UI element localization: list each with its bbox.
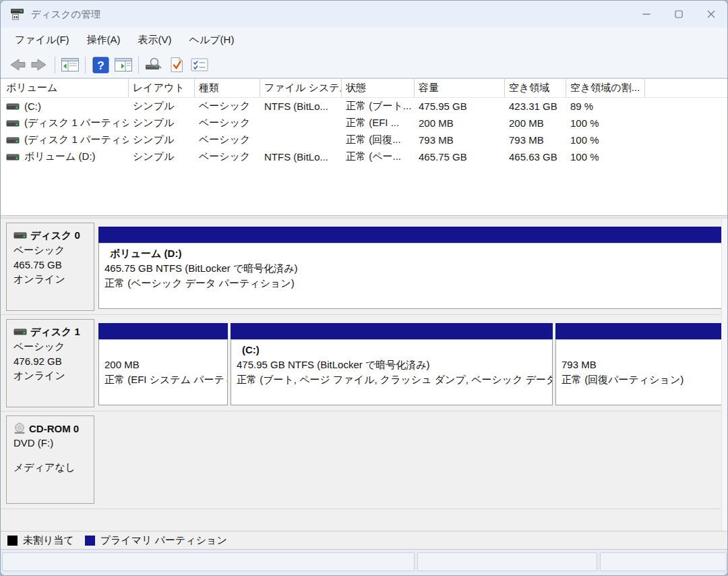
- partition-detail: 793 MB: [562, 357, 715, 372]
- disk-kind: ベーシック: [13, 243, 91, 258]
- action-pane-button[interactable]: [112, 55, 135, 75]
- window-title: ディスクの管理: [31, 8, 100, 21]
- column-header-volume[interactable]: ボリューム: [1, 79, 129, 97]
- maximize-button[interactable]: [663, 1, 695, 28]
- partition-recovery[interactable]: 793 MB 正常 (回復パーティション): [555, 323, 722, 405]
- window-controls: [630, 1, 727, 28]
- volume-capacity: 465.75 GB: [415, 151, 505, 163]
- volume-list-header: ボリューム レイアウト 種類 ファイル システム 状態 容量 空き領域 空き領域…: [1, 79, 727, 98]
- volume-name: ボリューム (D:): [24, 150, 96, 163]
- toolbar-separator: [85, 57, 86, 74]
- console-tree-button[interactable]: [59, 55, 82, 75]
- disk-0-header[interactable]: ディスク 0 ベーシック 465.75 GB オンライン: [6, 223, 94, 311]
- volume-status: 正常 (ペー...: [342, 150, 415, 163]
- drive-icon: [6, 103, 20, 111]
- volume-layout: シンプル: [129, 150, 195, 163]
- status-cell: [2, 552, 415, 571]
- help-button[interactable]: ?: [89, 55, 112, 75]
- menu-action[interactable]: 操作(A): [78, 29, 129, 51]
- disk-properties-button[interactable]: [142, 55, 165, 75]
- check-document-icon: [168, 56, 185, 74]
- svg-text:?: ?: [97, 59, 104, 71]
- column-header-free-pct[interactable]: 空き領域の割...: [566, 79, 645, 97]
- volume-status: 正常 (ブート...: [342, 100, 415, 113]
- volume-free: 465.63 GB: [505, 151, 566, 163]
- drive-icon: [6, 119, 20, 127]
- toolbar-separator: [138, 57, 139, 74]
- menu-help[interactable]: ヘルプ(H): [181, 29, 243, 51]
- legend-unallocated-label: 未割り当て: [23, 534, 74, 547]
- partition-c[interactable]: (C:) 475.95 GB NTFS (BitLocker で暗号化済み) 正…: [231, 323, 553, 405]
- task-list-button[interactable]: [188, 55, 211, 75]
- column-header-status[interactable]: 状態: [342, 79, 415, 97]
- column-header-type[interactable]: 種類: [195, 79, 260, 97]
- volume-layout: シンプル: [129, 100, 195, 113]
- title-bar: ディスクの管理: [1, 1, 727, 28]
- forward-button[interactable]: [28, 55, 51, 75]
- primary-partition-swatch: [85, 536, 95, 546]
- volume-layout: シンプル: [129, 134, 195, 146]
- column-header-filesystem[interactable]: ファイル システム: [260, 79, 342, 97]
- close-button[interactable]: [695, 1, 727, 28]
- task-list-icon: [190, 57, 209, 73]
- disk-kind: ベーシック: [13, 339, 91, 354]
- minimize-button[interactable]: [630, 1, 663, 28]
- volume-status: 正常 (回復...: [342, 134, 415, 146]
- disk-size: 465.75 GB: [13, 258, 91, 272]
- partition-detail: 475.95 GB NTFS (BitLocker で暗号化済み): [237, 357, 546, 372]
- menu-view[interactable]: 表示(V): [129, 29, 181, 51]
- volume-free-pct: 100 %: [566, 151, 645, 163]
- volume-free-pct: 100 %: [566, 134, 645, 146]
- volume-list-pane: ボリューム レイアウト 種類 ファイル システム 状態 容量 空き領域 空き領域…: [1, 78, 727, 215]
- cdrom-0-header[interactable]: CD-ROM 0 DVD (F:) メディアなし: [6, 415, 94, 504]
- volume-type: ベーシック: [195, 150, 260, 163]
- partition-status: 正常 (EFI システム パーティ: [104, 372, 221, 387]
- volume-fs: NTFS (BitLo...: [260, 100, 342, 112]
- partition-color-bar: [98, 227, 722, 243]
- drive-icon: [6, 136, 20, 144]
- partition-name: [562, 343, 715, 357]
- cdrom-drive: DVD (F:): [13, 436, 91, 451]
- disk-1-partitions: 200 MB 正常 (EFI システム パーティ (C:) 475.95 GB …: [98, 323, 722, 405]
- menu-bar: ファイル(F) 操作(A) 表示(V) ヘルプ(H): [1, 28, 727, 52]
- volume-name: (C:): [24, 100, 41, 112]
- check-document-button[interactable]: [165, 55, 188, 75]
- volume-type: ベーシック: [195, 117, 260, 129]
- toolbar-separator: [55, 57, 55, 74]
- partition-status: 正常 (ベーシック データ パーティション): [104, 276, 715, 291]
- volume-type: ベーシック: [195, 134, 260, 146]
- close-icon: [707, 10, 715, 18]
- disk-label: ディスク 0: [30, 229, 80, 242]
- partition-efi[interactable]: 200 MB 正常 (EFI システム パーティ: [98, 323, 228, 405]
- maximize-icon: [675, 10, 683, 18]
- volume-name: (ディスク 1 パーティシ...: [24, 134, 129, 146]
- volume-free-pct: 100 %: [566, 117, 645, 129]
- partition-name: [104, 343, 221, 357]
- partition-d[interactable]: ボリューム (D:) 465.75 GB NTFS (BitLocker で暗号…: [98, 227, 722, 309]
- volume-row-efi[interactable]: (ディスク 1 パーティシ... シンプル ベーシック 正常 (EFI ... …: [1, 115, 727, 132]
- cdrom-0-row: CD-ROM 0 DVD (F:) メディアなし: [1, 411, 727, 509]
- disk-management-icon: [9, 7, 25, 22]
- cdrom-label: CD-ROM 0: [29, 423, 79, 434]
- volume-row-c[interactable]: (C:) シンプル ベーシック NTFS (BitLo... 正常 (ブート..…: [1, 98, 727, 115]
- partition-color-bar: [555, 323, 722, 339]
- status-cell: [600, 552, 727, 571]
- disk-management-window: ディスクの管理 ファイル(F) 操作(A) 表示(V) ヘルプ(H): [0, 0, 728, 576]
- volume-free: 200 MB: [505, 117, 566, 129]
- column-header-layout[interactable]: レイアウト: [129, 79, 195, 97]
- disk-state: オンライン: [13, 368, 91, 383]
- vertical-scrollbar[interactable]: [721, 219, 727, 531]
- volume-status: 正常 (EFI ...: [342, 117, 415, 129]
- partition-detail: 465.75 GB NTFS (BitLocker で暗号化済み): [104, 261, 715, 276]
- volume-capacity: 475.95 GB: [415, 100, 505, 112]
- back-button[interactable]: [5, 55, 28, 75]
- volume-row-d[interactable]: ボリューム (D:) シンプル ベーシック NTFS (BitLo... 正常 …: [1, 148, 727, 165]
- volume-name: (ディスク 1 パーティシ...: [24, 117, 129, 129]
- volume-row-recovery[interactable]: (ディスク 1 パーティシ... シンプル ベーシック 正常 (回復... 79…: [1, 132, 727, 148]
- column-header-free-space[interactable]: 空き領域: [505, 79, 566, 97]
- menu-file[interactable]: ファイル(F): [6, 29, 78, 51]
- disk-1-header[interactable]: ディスク 1 ベーシック 476.92 GB オンライン: [6, 319, 94, 407]
- partition-color-bar: [98, 323, 228, 339]
- column-header-capacity[interactable]: 容量: [415, 79, 505, 97]
- column-header-filler: [645, 79, 727, 97]
